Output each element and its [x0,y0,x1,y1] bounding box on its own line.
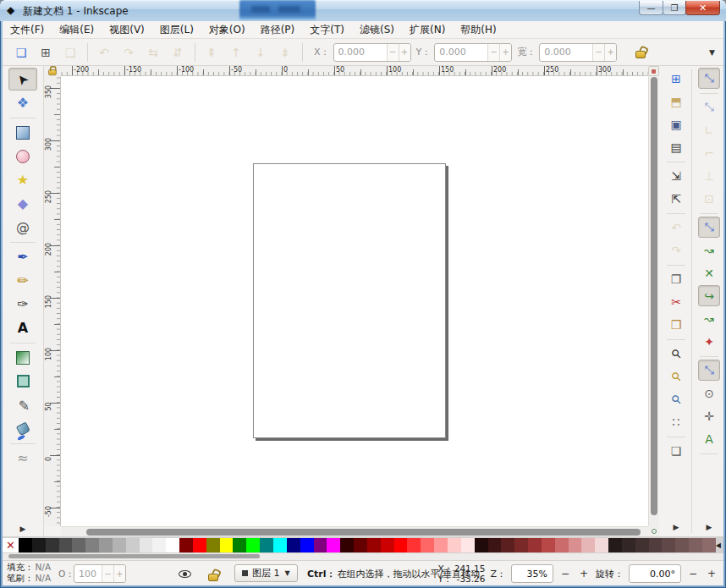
color-swatch[interactable] [273,538,287,552]
menu-file[interactable]: 文件(F) [3,21,52,39]
color-swatch[interactable] [260,538,273,552]
menu-path[interactable]: 路径(P) [253,21,303,39]
guides-lock-icon[interactable] [48,69,57,75]
color-swatch[interactable] [702,538,716,552]
horizontal-scrollbar[interactable] [61,526,648,536]
color-swatch[interactable] [394,538,408,552]
color-swatch[interactable] [475,538,488,552]
color-swatch[interactable] [179,538,193,552]
y-plus-button[interactable]: + [499,44,511,61]
color-swatch[interactable] [555,538,569,552]
width-spinner[interactable]: 0.000 − + [539,43,617,62]
pen-tool[interactable]: ✒ [8,245,37,268]
color-swatch[interactable] [608,538,622,552]
spiral-tool[interactable]: @ [8,216,37,239]
rotation-minus-button[interactable]: − [686,565,700,582]
color-swatch[interactable] [581,538,595,552]
color-swatch[interactable] [166,538,179,552]
color-swatch[interactable] [233,538,246,552]
menu-extensions[interactable]: 扩展(N) [402,21,453,39]
zoom-drawing-button[interactable]: ⚲ [665,365,687,387]
color-swatch[interactable] [193,538,206,552]
select-all-layers-button[interactable]: ⊞ [36,42,56,63]
color-swatch[interactable] [85,538,99,552]
color-swatch[interactable] [635,538,649,552]
menu-object[interactable]: 对象(O) [201,21,253,39]
zoom-input[interactable]: 35% [511,564,553,583]
color-swatch[interactable] [140,538,153,552]
color-swatch[interactable] [569,538,582,552]
select-all-button[interactable]: ❑ [11,42,31,63]
snap-bbox-button[interactable]: ⤡ [698,96,720,118]
width-plus-button[interactable]: + [604,44,616,61]
vertical-ruler[interactable]: 350300250200150100500-50 [44,76,61,526]
selector-tool[interactable]: ➤ [8,68,37,91]
toolbar-overflow-arrow-icon[interactable]: ▼ [709,48,715,57]
palette-scrollbar-thumb[interactable] [8,554,260,558]
paste-button[interactable]: ❒ [665,314,687,335]
color-swatch[interactable] [488,538,502,552]
rotation-input[interactable]: 0.00° [629,564,681,583]
import-button[interactable]: ⇲ [665,165,687,186]
tweak-tool[interactable]: ≈ [8,447,37,470]
snap-text-baseline-button[interactable]: A [698,428,720,449]
color-swatch[interactable] [354,538,367,552]
ruler-corner[interactable] [44,66,61,76]
width-minus-button[interactable]: − [592,44,604,61]
snap-rotation-center-button[interactable]: ✛ [698,405,720,426]
save-button[interactable]: ▣ [665,113,687,135]
snap-cusp-button[interactable]: ↪ [698,285,720,306]
color-swatch[interactable] [367,538,381,552]
color-swatch[interactable] [689,538,702,552]
color-swatch[interactable] [381,538,394,552]
color-swatch[interactable] [434,538,448,552]
color-swatch[interactable] [46,538,59,552]
snapbar-overflow-arrow-icon[interactable]: ▶ [707,523,712,531]
selection-frame-button[interactable]: ∷ [665,411,687,432]
snap-others-button[interactable]: ⤡ [698,360,720,381]
export-button[interactable]: ⇱ [665,188,687,209]
horizontal-scrollbar-thumb[interactable] [86,529,641,536]
text-tool[interactable]: A [8,316,37,339]
color-swatch[interactable] [514,538,528,552]
rectangle-tool[interactable] [8,121,37,144]
color-swatch[interactable] [649,538,663,552]
color-swatch[interactable] [246,538,260,552]
canvas[interactable] [61,76,648,526]
star-tool[interactable]: ★ [8,168,37,191]
menu-edit[interactable]: 编辑(E) [52,21,102,39]
zoom-selection-button[interactable]: ⚲ [665,343,687,364]
color-swatch[interactable] [595,538,608,552]
quick-zoom-button[interactable] [648,526,659,536]
snap-intersections-button[interactable]: ✕ [698,262,720,283]
color-swatch[interactable] [72,538,85,552]
palette-scroll-arrow-icon[interactable]: ◀ [716,541,721,549]
snap-midpoints-button[interactable]: ✦ [698,331,720,352]
horizontal-ruler[interactable]: -200-150-100-50050100150200250300350 [61,66,648,76]
color-swatch[interactable] [340,538,354,552]
color-swatch[interactable] [421,538,434,552]
layer-selector[interactable]: 图层 1 ▼ [234,564,298,582]
opacity-spinner[interactable]: 100 − + [74,564,126,583]
color-swatch[interactable] [542,538,555,552]
lock-ratio-icon[interactable] [635,51,646,58]
color-swatch[interactable] [528,538,542,552]
zoom-plus-button[interactable]: + [577,565,591,582]
color-swatch[interactable] [501,538,514,552]
color-swatch[interactable] [113,538,126,552]
color-swatch[interactable] [461,538,475,552]
menu-filters[interactable]: 滤镜(S) [352,21,402,39]
color-swatch[interactable] [19,538,32,552]
maximize-button[interactable]: ❐ [663,1,686,15]
new-document-button[interactable]: ⊞ [665,68,687,89]
snap-enable-button[interactable]: ⤡ [698,68,720,89]
title-bar[interactable]: ◆ 新建文档 1 - Inkscape — ❐ ✕ [0,0,726,21]
menu-text[interactable]: 文字(T) [302,21,352,39]
color-swatch[interactable] [287,538,300,552]
calligraphy-tool[interactable]: ✑ [8,293,37,316]
layer-visibility-icon[interactable] [179,570,191,578]
scrollbar-corner-button[interactable] [648,66,659,76]
zoom-page-button[interactable]: ⚲ [665,388,687,409]
layer-lock-icon[interactable] [208,574,218,581]
menu-help[interactable]: 帮助(H) [453,21,503,39]
